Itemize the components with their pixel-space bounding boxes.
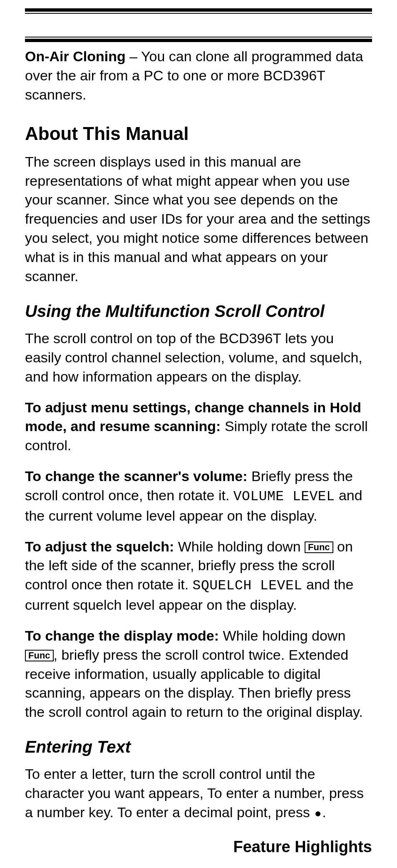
func-key-icon: Func xyxy=(305,541,333,553)
squelch-level-display-text: SQUELCH LEVEL xyxy=(193,578,303,594)
dot-icon xyxy=(315,811,320,816)
bold-label: To change the display mode: xyxy=(25,628,219,644)
footer-section-title: Feature Highlights xyxy=(25,838,372,856)
top-rule-thick xyxy=(25,8,372,12)
func-key-icon: Func xyxy=(25,650,54,661)
top-rule-thin xyxy=(25,13,372,14)
body-text: . xyxy=(322,804,326,820)
bold-label: To change the scanner's volume: xyxy=(25,468,248,484)
body-text: While holding down xyxy=(174,539,305,554)
body-text: While holding down xyxy=(219,628,345,644)
bold-label: To adjust the squelch: xyxy=(25,539,174,554)
scroll-intro-paragraph: The scroll control on top of the BCD396T… xyxy=(25,329,372,387)
feature-title: On-Air Cloning xyxy=(25,48,126,64)
body-text: To enter a letter, turn the scroll contr… xyxy=(25,766,364,820)
entering-text-paragraph: To enter a letter, turn the scroll contr… xyxy=(25,765,372,822)
about-paragraph: The screen displays used in this manual … xyxy=(25,152,372,286)
mid-rule-thick xyxy=(25,39,372,42)
heading-about-this-manual: About This Manual xyxy=(25,123,372,144)
feature-on-air-cloning: On-Air Cloning – You can clone all progr… xyxy=(25,47,372,105)
scroll-volume-paragraph: To change the scanner's volume: Briefly … xyxy=(25,467,372,525)
manual-page: On-Air Cloning – You can clone all progr… xyxy=(0,8,397,868)
body-text: , briefly press the scroll control twice… xyxy=(25,647,363,720)
heading-entering-text: Entering Text xyxy=(25,738,372,756)
heading-scroll-control: Using the Multifunction Scroll Control xyxy=(25,302,372,321)
mid-rule-thin xyxy=(25,37,372,37)
volume-level-display-text: VOLUME LEVEL xyxy=(233,489,335,504)
scroll-squelch-paragraph: To adjust the squelch: While holding dow… xyxy=(25,537,372,615)
scroll-display-mode-paragraph: To change the display mode: While holdin… xyxy=(25,626,372,722)
scroll-adjust-menu-paragraph: To adjust menu settings, change channels… xyxy=(25,398,372,456)
